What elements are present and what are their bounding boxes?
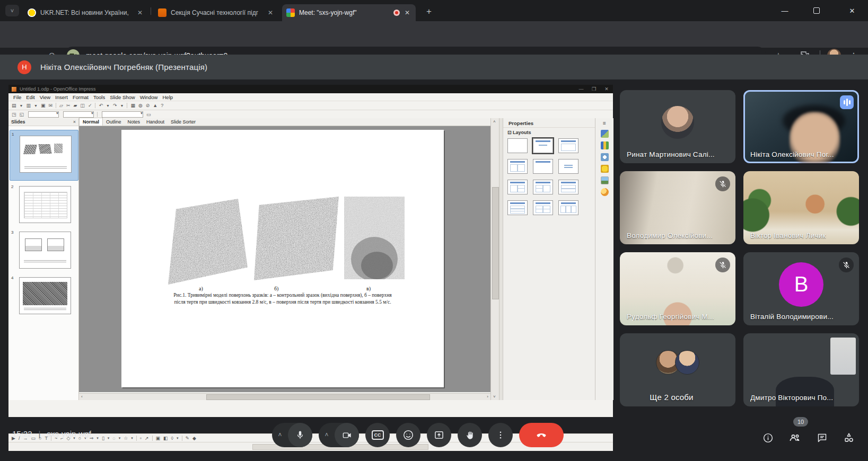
- tab-ukrnet[interactable]: UKR.NET: Всі новини України, ✕: [23, 4, 148, 21]
- impress-maximize-button[interactable]: ❒: [588, 86, 600, 92]
- email-icon[interactable]: ✉: [48, 103, 52, 108]
- camera-options-chevron-icon[interactable]: ˄: [319, 431, 335, 439]
- camera-control[interactable]: ˄: [319, 423, 359, 447]
- mic-button[interactable]: [288, 423, 312, 447]
- layout-title-content-selected[interactable]: [533, 138, 553, 153]
- tile-more-people[interactable]: Ще 2 особи: [620, 333, 735, 406]
- new-icon[interactable]: ▤: [12, 103, 16, 108]
- layout-six-content[interactable]: [558, 200, 578, 215]
- slide-thumbnail-1[interactable]: 1: [10, 130, 78, 181]
- meeting-details-button[interactable]: [761, 431, 774, 444]
- canvas-vertical-scrollbar[interactable]: ˄ ˅: [490, 118, 499, 400]
- tab-normal[interactable]: Normal: [79, 118, 103, 126]
- dropdown-icon[interactable]: ▾: [108, 436, 110, 440]
- dropdown-icon[interactable]: ▼: [120, 104, 124, 108]
- slide-thumbnail-4[interactable]: 4: [10, 274, 77, 318]
- save-icon[interactable]: ▣: [41, 103, 46, 108]
- tab-outline[interactable]: Outline: [103, 118, 125, 126]
- activities-button[interactable]: [843, 431, 855, 444]
- scroll-up-icon[interactable]: ˄: [493, 119, 496, 124]
- gallery-icon[interactable]: ◧: [163, 436, 168, 441]
- menu-window[interactable]: Window: [140, 94, 158, 100]
- layout-content-two-right[interactable]: [533, 180, 553, 194]
- sidebar-tab-styles-icon[interactable]: [601, 176, 609, 184]
- mic-control[interactable]: ˄: [272, 423, 312, 447]
- tab-slide-sorter[interactable]: Slide Sorter: [168, 118, 199, 126]
- tile-viktor[interactable]: Віктор Іванович Личик: [743, 171, 859, 244]
- menu-help[interactable]: Help: [162, 94, 173, 100]
- dropdown-icon[interactable]: ▾: [97, 436, 99, 440]
- scrollbar-thumb[interactable]: [206, 394, 430, 400]
- cut-icon[interactable]: ✂: [66, 103, 71, 108]
- menu-view[interactable]: View: [40, 94, 50, 100]
- menu-file[interactable]: File: [13, 94, 21, 100]
- layout-title-only[interactable]: [533, 159, 553, 174]
- expander-icon[interactable]: ⊡: [507, 130, 512, 135]
- dropdown-icon[interactable]: ▾: [119, 436, 121, 440]
- callouts-icon[interactable]: ◌: [112, 436, 115, 441]
- tab-handout[interactable]: Handout: [143, 118, 168, 126]
- edit-icon[interactable]: ▱: [59, 103, 63, 108]
- redo-icon[interactable]: ↷: [113, 103, 117, 108]
- mic-options-chevron-icon[interactable]: ˄: [272, 431, 288, 439]
- more-options-button[interactable]: [488, 423, 513, 447]
- dropdown-icon[interactable]: ▼: [106, 104, 110, 108]
- present-screen-button[interactable]: [427, 423, 451, 447]
- camera-button[interactable]: [335, 423, 359, 447]
- layout-four-content[interactable]: [533, 200, 553, 215]
- tile-vitalii[interactable]: B Віталій Володимирови...: [743, 252, 859, 325]
- slides-panel-close-icon[interactable]: ×: [73, 119, 76, 125]
- layout-title-two-content[interactable]: [507, 159, 528, 174]
- menu-slideshow[interactable]: Slide Show: [110, 94, 135, 100]
- tile-rynat[interactable]: Ринат Мартинович Салі...: [620, 90, 735, 163]
- stars-icon[interactable]: ☆: [124, 436, 128, 441]
- impress-minimize-button[interactable]: —: [575, 86, 588, 92]
- zoom-icon[interactable]: ◳: [12, 112, 16, 117]
- layout-centered-text[interactable]: [558, 159, 578, 174]
- rotate-icon[interactable]: ◊: [171, 436, 173, 441]
- spellcheck-icon[interactable]: ⊘: [146, 103, 150, 108]
- tab-notes[interactable]: Notes: [125, 118, 144, 126]
- scroll-down-icon[interactable]: ˅: [493, 394, 496, 399]
- reactions-button[interactable]: [396, 423, 420, 447]
- undo-icon[interactable]: ↶: [99, 103, 103, 108]
- fit-page-icon[interactable]: ◱: [20, 112, 24, 117]
- layout-two-rows[interactable]: [558, 180, 578, 194]
- sidebar-menu-icon[interactable]: ≡: [595, 120, 613, 126]
- chart-icon[interactable]: ◍: [138, 103, 143, 108]
- layout-blank[interactable]: [507, 138, 528, 153]
- line-style-combobox[interactable]: [63, 111, 94, 118]
- line-width-combobox[interactable]: [28, 111, 59, 118]
- scroll-right-icon[interactable]: ›: [487, 394, 488, 399]
- format-paintbrush-icon[interactable]: ✓: [88, 103, 92, 108]
- menu-edit[interactable]: Edit: [26, 94, 34, 100]
- slide-thumbnail-2[interactable]: 2: [10, 183, 77, 227]
- canvas-horizontal-scrollbar[interactable]: ‹ ›: [79, 393, 490, 400]
- help-icon[interactable]: ?: [161, 103, 163, 108]
- slide-canvas[interactable]: а) б) в) Рис.1. Тривимірні моделі поверх…: [79, 126, 490, 392]
- captions-button[interactable]: CC: [365, 423, 390, 447]
- sidebar-tab-properties-icon[interactable]: [601, 130, 609, 138]
- layout-title-content[interactable]: [558, 138, 578, 153]
- layout-two-content-left[interactable]: [507, 180, 528, 194]
- dropdown-icon[interactable]: ▾: [131, 436, 133, 440]
- window-minimize-button[interactable]: —: [773, 0, 797, 21]
- dropdown-icon[interactable]: ▾: [177, 436, 179, 440]
- tile-volodymyr[interactable]: Володимир Олексійови...: [620, 171, 735, 244]
- navigator-icon[interactable]: ▲: [153, 103, 157, 108]
- copy-icon[interactable]: ▰: [73, 103, 77, 108]
- layout-title-wide-rows[interactable]: [507, 200, 528, 215]
- close-tab-icon[interactable]: ✕: [266, 8, 275, 17]
- end-call-button[interactable]: [519, 423, 564, 447]
- extrusion-icon[interactable]: ◆: [192, 436, 196, 441]
- raise-hand-button[interactable]: [458, 423, 482, 447]
- close-tab-icon[interactable]: ✕: [403, 8, 411, 17]
- points-icon[interactable]: ▫: [140, 436, 142, 441]
- scroll-left-icon[interactable]: ‹: [81, 394, 83, 399]
- tab-sektsiia[interactable]: Секція Сучасні технології підг ✕: [154, 4, 279, 21]
- dropdown-icon[interactable]: ▼: [20, 104, 23, 108]
- open-icon[interactable]: ▥: [26, 103, 31, 108]
- color-combobox[interactable]: [102, 111, 143, 118]
- dropdown-icon[interactable]: ▼: [34, 104, 38, 108]
- window-maximize-button[interactable]: [804, 0, 829, 21]
